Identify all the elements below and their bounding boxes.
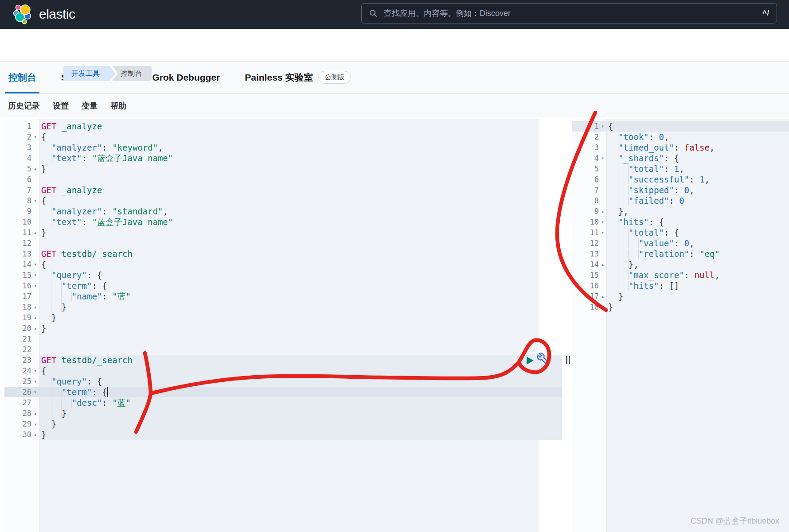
response-viewer[interactable]: { "took": 0, "timed_out": false, "_shard… [606,121,789,312]
fold-expand-icon[interactable]: ▴ [31,410,39,416]
code-line[interactable]: "query": { [41,376,564,387]
tab-painless-实验室[interactable]: Painless 实验室公测版 [242,62,354,93]
global-search-bar[interactable]: ^/ [361,3,777,23]
fold-collapse-icon[interactable]: ▾ [31,198,39,204]
global-search-input[interactable] [383,8,758,19]
code-line[interactable]: "successful": 1, [608,174,789,185]
code-line[interactable]: "text": "蓝盒子Java name" [41,153,564,163]
fold-collapse-icon[interactable]: ▾ [31,261,39,268]
code-line[interactable]: "relation": "eq" [608,249,789,259]
gutter-line: 6 [572,174,606,185]
code-line[interactable]: { [41,259,564,270]
send-request-play-icon[interactable] [527,357,534,365]
tab-控制台[interactable]: 控制台 [5,62,39,93]
code-line[interactable]: { [41,132,564,142]
line-number: 11 [23,228,31,237]
code-line[interactable]: { [608,121,789,132]
fold-collapse-icon[interactable]: ▾ [31,283,39,289]
code-line[interactable]: "max_score": null, [608,270,789,280]
code-line[interactable]: } [41,163,564,174]
code-line[interactable]: { [41,195,564,206]
request-options-wrench-icon[interactable] [537,353,549,365]
line-number: 12 [23,239,31,248]
code-line[interactable]: "analyzer": "keyword", [41,142,564,153]
code-line[interactable]: } [41,429,564,440]
gutter-line: 13 [4,249,39,259]
code-line[interactable]: GET testdb/_search [41,355,564,365]
fold-expand-icon[interactable]: ▴ [599,261,606,268]
code-line[interactable]: "failed": 0 [608,195,789,206]
console-menu-item[interactable]: 帮助 [110,101,126,111]
fold-expand-icon[interactable]: ▴ [31,304,39,310]
elastic-logo: elastic [13,4,75,24]
code-line[interactable] [41,238,564,249]
line-number: 26 [23,388,31,396]
code-line[interactable]: } [41,419,564,429]
gutter-line: 8 [572,195,606,206]
gutter-line: 20▴ [4,323,39,334]
tab-grok-debugger[interactable]: Grok Debugger [149,62,223,93]
fold-collapse-icon[interactable]: ▾ [599,123,606,129]
code-line[interactable]: "analyzer": "standard", [41,206,564,217]
console-menu-item[interactable]: 历史记录 [8,101,40,111]
code-line[interactable]: "desc": "蓝" [41,397,564,408]
code-line[interactable]: "timed_out": false, [608,142,789,153]
fold-collapse-icon[interactable]: ▾ [599,219,606,225]
code-line[interactable]: { [41,365,564,376]
fold-expand-icon[interactable]: ▴ [31,166,39,172]
fold-collapse-icon[interactable]: ▾ [599,155,606,161]
code-line[interactable]: "query": { [41,270,564,280]
fold-expand-icon[interactable]: ▴ [31,325,39,331]
fold-expand-icon[interactable]: ▴ [31,229,39,236]
code-line[interactable] [41,334,564,344]
line-number: 27 [23,398,31,407]
breadcrumb-dev-tools[interactable]: 开发工具 [63,66,117,81]
top-navigation-bar: elastic ^/ [0,0,789,29]
code-line[interactable]: } [608,291,789,302]
code-line[interactable]: "term": { [41,387,564,397]
fold-expand-icon[interactable]: ▴ [599,208,606,214]
gutter-line: 28▴ [4,408,39,419]
fold-expand-icon[interactable]: ▴ [599,293,606,299]
console-menu-item[interactable]: 设置 [53,101,69,111]
code-line[interactable]: } [41,408,564,419]
fold-collapse-icon[interactable]: ▾ [31,368,39,374]
code-line[interactable]: } [41,302,564,312]
request-editor[interactable]: GET _analyze{ "analyzer": "keyword", "te… [39,121,564,440]
code-line[interactable]: "took": 0, [608,132,789,142]
code-line[interactable]: } [41,323,564,334]
code-line[interactable]: "name": "蓝" [41,291,564,302]
code-line[interactable]: } [41,312,564,323]
fold-collapse-icon[interactable]: ▾ [31,389,39,395]
code-line[interactable]: } [608,302,789,312]
fold-expand-icon[interactable]: ▴ [31,431,39,438]
fold-collapse-icon[interactable]: ▾ [31,134,39,140]
code-line[interactable]: }, [608,206,789,217]
fold-expand-icon[interactable]: ▴ [599,304,606,310]
code-line[interactable] [41,174,564,185]
console-menu-item[interactable]: 变量 [82,101,98,111]
code-line[interactable]: GET _analyze [41,121,564,132]
code-line[interactable]: GET _analyze [41,185,564,195]
code-line[interactable]: } [41,227,564,238]
fold-collapse-icon[interactable]: ▾ [599,229,606,236]
fold-collapse-icon[interactable]: ▾ [31,272,39,278]
code-line[interactable]: "hits": [] [608,280,789,291]
code-line[interactable]: GET testdb/_search [41,249,564,259]
gutter-line: 13 [572,249,606,259]
code-line[interactable]: "total": 1, [608,163,789,174]
fold-collapse-icon[interactable]: ▾ [31,378,39,384]
code-line[interactable]: "value": 0, [608,238,789,249]
gutter-line: 1 [4,121,39,132]
code-line[interactable]: "total": { [608,227,789,238]
fold-expand-icon[interactable]: ▴ [31,315,39,321]
panel-splitter-handle[interactable] [566,356,570,364]
code-line[interactable]: }, [608,259,789,270]
code-line[interactable] [41,344,564,355]
code-line[interactable]: "skipped": 0, [608,185,789,195]
code-line[interactable]: "hits": { [608,217,789,227]
code-line[interactable]: "term": { [41,280,564,291]
fold-expand-icon[interactable]: ▴ [31,421,39,427]
code-line[interactable]: "_shards": { [608,153,789,163]
code-line[interactable]: "text": "蓝盒子Java name" [41,217,564,227]
